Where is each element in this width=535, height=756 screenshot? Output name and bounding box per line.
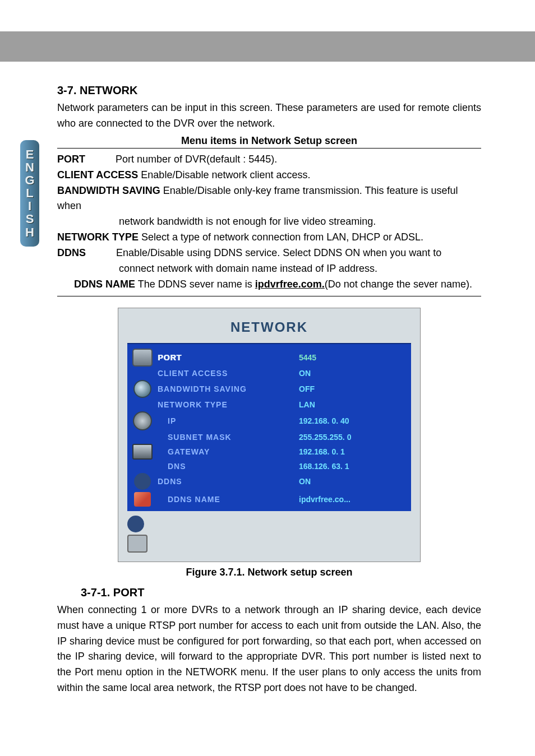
def-value: Port number of DVR(default : 5445).	[116, 154, 277, 165]
def-bandwidth-saving: BANDWIDTH SAVING Enable/Disable only-key…	[57, 183, 481, 215]
menu-label: DNS	[158, 462, 299, 471]
menu-value: ON	[299, 477, 411, 486]
menu-value: OFF	[299, 384, 411, 393]
menu-row[interactable]: SUBNET MASK255.255.255. 0	[127, 432, 411, 443]
menu-value: 192.168. 0. 1	[299, 447, 411, 456]
def-ddns-cont: connect network with domain name instead…	[119, 261, 481, 277]
def-key: BANDWIDTH SAVING	[57, 185, 160, 196]
menu-row[interactable]: PORT5445	[127, 347, 411, 368]
subsection-number: 3-7-1.	[81, 586, 110, 599]
mon-icon	[132, 349, 153, 367]
def-value: Enable/Disable using DDNS service. Selec…	[116, 247, 441, 258]
menu-value: ON	[299, 369, 411, 378]
menu-label: PORT	[158, 353, 299, 362]
menu-value: 255.255.255. 0	[299, 433, 411, 442]
menu-label: DDNS	[158, 477, 299, 486]
def-value: Select a type of network connection from…	[139, 231, 423, 243]
def-value-pre: The DDNS sever name is	[135, 279, 255, 290]
def-network-type: NETWORK TYPE Select a type of network co…	[57, 230, 481, 245]
def-key: PORT	[57, 154, 85, 165]
divider	[57, 148, 481, 149]
table-title: Menu items in Network Setup screen	[57, 135, 481, 147]
subsection-heading: 3-7-1. PORT	[81, 586, 481, 599]
menu-label: DDNS NAME	[158, 495, 299, 504]
refresh-icon	[127, 516, 144, 532]
def-port: PORT Port number of DVR(default : 5445).	[57, 152, 481, 168]
network-menu-list: PORT5445CLIENT ACCESSONBANDWIDTH SAVINGO…	[127, 343, 411, 511]
menu-label: BANDWIDTH SAVING	[158, 384, 299, 393]
folder-icon	[127, 535, 147, 553]
section-heading: 3-7. NETWORK	[57, 84, 481, 97]
tab-letter: I	[24, 200, 36, 212]
menu-label: CLIENT ACCESS	[158, 369, 299, 378]
network-setup-screenshot: NETWORK PORT5445CLIENT ACCESSONBANDWIDTH…	[118, 308, 421, 562]
subsection-title: PORT	[113, 586, 145, 599]
menu-row[interactable]: CLIENT ACCESSON	[127, 368, 411, 379]
pen-icon	[134, 492, 151, 507]
section-number: 3-7.	[57, 84, 76, 96]
tab-letter: E	[24, 148, 36, 161]
tab-letter: G	[24, 174, 36, 187]
menu-value: 192.168. 0. 40	[299, 416, 411, 425]
header-banner	[0, 31, 535, 62]
tab-letter: H	[24, 226, 36, 239]
divider	[57, 296, 481, 296]
panel-title: NETWORK	[127, 319, 411, 335]
menu-row[interactable]: DDNS NAMEipdvrfree.co...	[127, 491, 411, 508]
tab-letter: L	[24, 187, 36, 200]
def-client-access: CLIENT ACCESS Enable/Disable network cli…	[57, 168, 481, 183]
menu-value: 168.126. 63. 1	[299, 462, 411, 471]
def-key: DDNS	[57, 247, 86, 258]
gear-icon	[133, 411, 152, 430]
disp-icon	[132, 444, 153, 460]
menu-value: 5445	[299, 353, 411, 362]
menu-row[interactable]: GATEWAY192.168. 0. 1	[127, 443, 411, 461]
menu-row[interactable]: NETWORK TYPELAN	[127, 399, 411, 410]
def-key: NETWORK TYPE	[57, 231, 139, 243]
menu-label: GATEWAY	[158, 447, 299, 456]
port-paragraph: When connecting 1 or more DVRs to a netw…	[57, 602, 481, 696]
recycle-icon	[134, 473, 151, 490]
menu-row[interactable]: DDNSON	[127, 472, 411, 491]
figure-caption: Figure 3.7.1. Network setup screen	[57, 567, 481, 578]
menu-label: SUBNET MASK	[158, 433, 299, 442]
menu-row[interactable]: BANDWIDTH SAVINGOFF	[127, 379, 411, 399]
def-value-post: (Do not change the sever name).	[325, 279, 472, 290]
globe-icon	[133, 380, 151, 398]
language-tab: E N G L I S H	[20, 140, 39, 247]
tab-letter: N	[24, 161, 36, 174]
menu-label: NETWORK TYPE	[158, 400, 299, 409]
def-value: Enable/Disable network client access.	[138, 169, 310, 180]
menu-value: LAN	[299, 400, 411, 409]
def-key: DDNS NAME	[74, 279, 135, 290]
tab-letter: S	[24, 212, 36, 225]
intro-paragraph: Network parameters can be input in this …	[57, 100, 481, 132]
menu-label: IP	[158, 416, 299, 425]
menu-value: ipdvrfree.co...	[299, 495, 411, 504]
menu-row[interactable]: IP192.168. 0. 40	[127, 410, 411, 432]
def-key: CLIENT ACCESS	[57, 169, 138, 180]
section-title: NETWORK	[80, 84, 137, 96]
def-ddns: DDNS Enable/Disable using DDNS service. …	[57, 245, 481, 261]
menu-row[interactable]: DNS168.126. 63. 1	[127, 461, 411, 472]
ddns-domain-link[interactable]: ipdvrfree.com.	[255, 279, 325, 290]
def-bandwidth-saving-cont: network bandwidth is not enough for live…	[119, 214, 481, 230]
def-ddns-name: DDNS NAME The DDNS sever name is ipdvrfr…	[74, 277, 481, 293]
